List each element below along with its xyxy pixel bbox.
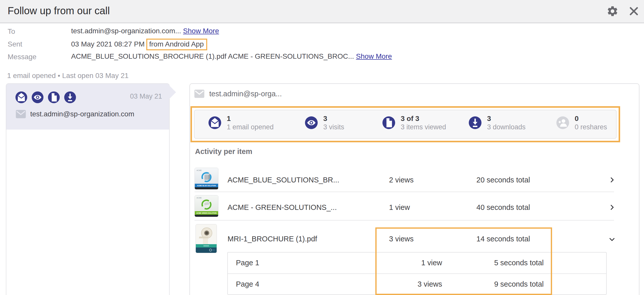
- sent-value: 03 May 2021 08:27 PMfrom Android App: [71, 39, 207, 50]
- svg-text:ACME: ACME: [197, 197, 202, 199]
- page-views: 1 view: [421, 259, 442, 267]
- titlebar-divider: [0, 22, 644, 23]
- page-title: Follow up from our call: [8, 5, 110, 17]
- item-name: ACME - GREEN-SOLUTIONS_...: [228, 203, 337, 212]
- page-activity-table: Page 1 1 view 5 seconds total Page 4 3 v…: [227, 252, 607, 295]
- activity-per-item-heading: Activity per item: [195, 147, 252, 156]
- download-icon: [64, 91, 76, 103]
- stat-reshares: 0 0 reshares: [556, 114, 607, 131]
- stat-label: 3 downloads: [487, 123, 526, 131]
- document-icon: [48, 91, 60, 103]
- card-email-address: test.admin@sp-organization.com: [30, 110, 134, 118]
- to-show-more-link[interactable]: Show More: [183, 27, 219, 35]
- item-time: 14 seconds total: [476, 235, 530, 243]
- card-email-row: test.admin@sp-organization.com: [15, 110, 134, 118]
- stat-label: 3 items viewed: [401, 123, 446, 131]
- to-recipients: test.admin@sp-organization.com...: [71, 27, 181, 35]
- row-divider: [195, 220, 614, 221]
- gear-icon: [606, 5, 619, 17]
- thumbnail-acme-green: ACME ACME GREEN SOLUTION: [195, 195, 218, 217]
- item-views: 2 views: [389, 176, 414, 184]
- chevron-down-icon[interactable]: [608, 236, 616, 243]
- page-row: Page 1 1 view 5 seconds total: [228, 253, 606, 273]
- stat-items-viewed: 3 of 3 3 items viewed: [382, 114, 446, 131]
- close-button[interactable]: [628, 5, 640, 17]
- eye-icon: [305, 116, 318, 129]
- message-label: Message: [8, 53, 37, 61]
- thumbnail-acme-blue: ACME ACME BLUE SOLUTION: [195, 168, 218, 190]
- item-name: MRI-1_BROCHURE (1).pdf: [228, 235, 317, 243]
- item-views: 3 views: [389, 235, 414, 243]
- dialog-titlebar: Follow up from our call: [0, 0, 644, 22]
- envelope-icon: [15, 110, 26, 118]
- stats-panel: 1 1 email opened 3 3 visits 3 of 3: [194, 110, 617, 139]
- svg-text:ACME GREEN SOLUTION: ACME GREEN SOLUTION: [196, 212, 217, 214]
- svg-text:ACME: ACME: [197, 169, 202, 171]
- message-value: ACME_BLUE_SOLUTIONS_BROCHURE (1).pdf ACM…: [71, 52, 392, 60]
- card-activity-icons: [15, 91, 76, 103]
- item-time: 40 seconds total: [476, 203, 530, 212]
- email-opened-icon: [208, 116, 221, 129]
- detail-header: test.admin@sp-orga...: [194, 89, 282, 98]
- eye-icon: [32, 91, 43, 103]
- message-text: ACME_BLUE_SOLUTIONS_BROCHURE (1).pdf ACM…: [71, 52, 354, 60]
- stat-label: 3 visits: [323, 123, 344, 131]
- to-value: test.admin@sp-organization.com... Show M…: [71, 27, 219, 35]
- stat-value: 3: [323, 114, 344, 123]
- settings-button[interactable]: [606, 5, 619, 17]
- page-time: 9 seconds total: [494, 280, 544, 288]
- to-label: To: [8, 27, 15, 36]
- stat-value: 3: [487, 114, 526, 123]
- detail-recipient: test.admin@sp-orga...: [209, 90, 282, 98]
- page-views: 3 views: [417, 280, 442, 288]
- sent-source-highlight: from Android App: [146, 39, 207, 50]
- recipient-list-panel: 03 May 21 test.admin@sp-organization.com: [6, 83, 170, 295]
- open-summary: 1 email opened • Last open 03 May 21: [7, 72, 128, 80]
- stat-downloads: 3 3 downloads: [469, 114, 526, 131]
- close-icon: [628, 5, 640, 17]
- item-time: 20 seconds total: [476, 176, 530, 184]
- download-icon: [469, 116, 481, 129]
- email-activity-dialog: Follow up from our call To test.admin@sp…: [0, 0, 644, 295]
- page-time: 5 seconds total: [494, 259, 544, 267]
- card-date: 03 May 21: [130, 92, 162, 100]
- row-divider: [195, 192, 614, 192]
- message-show-more-link[interactable]: Show More: [356, 52, 392, 60]
- activity-detail-panel: test.admin@sp-orga... 1 1 email opened 3: [189, 83, 639, 295]
- stat-value: 1: [227, 114, 274, 123]
- document-icon: [382, 116, 395, 129]
- stat-label: 0 reshares: [575, 123, 607, 131]
- envelope-icon: [194, 89, 205, 98]
- email-opened-icon: [15, 91, 27, 103]
- page-name: Page 4: [236, 280, 259, 288]
- item-name: ACME_BLUE_SOLUTIONS_BR...: [228, 176, 339, 184]
- stat-value: 3 of 3: [401, 114, 446, 123]
- person-add-icon: [556, 116, 569, 129]
- thumbnail-mri-brochure: [196, 224, 217, 253]
- chevron-right-icon[interactable]: [608, 204, 616, 211]
- svg-text:ACME BLUE SOLUTION: ACME BLUE SOLUTION: [197, 185, 216, 187]
- stat-visits: 3 3 visits: [305, 114, 344, 131]
- selected-card-pointer: [169, 85, 176, 99]
- chevron-right-icon[interactable]: [608, 176, 616, 183]
- page-row: Page 4 3 views 9 seconds total: [228, 274, 606, 295]
- stat-label: 1 email opened: [227, 123, 274, 131]
- sent-datetime: 03 May 2021 08:27 PM: [71, 40, 145, 48]
- item-views: 1 view: [389, 203, 410, 212]
- sent-label: Sent: [8, 40, 22, 48]
- page-name: Page 1: [236, 259, 259, 267]
- stat-value: 0: [575, 114, 607, 123]
- stat-email-opened: 1 1 email opened: [208, 114, 274, 131]
- recipient-card-selected[interactable]: 03 May 21 test.admin@sp-organization.com: [6, 84, 169, 130]
